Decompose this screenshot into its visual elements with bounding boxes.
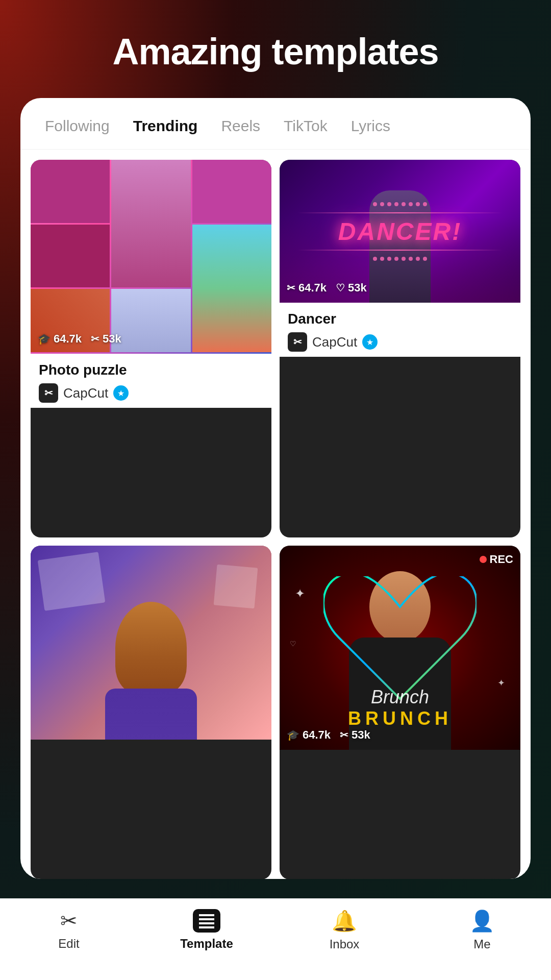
nav-me[interactable]: 👤 Me (413, 909, 551, 951)
tab-lyrics[interactable]: Lyrics (342, 113, 399, 139)
puzzle-cell-2 (111, 160, 190, 287)
brunch-rec-badge: REC (480, 553, 513, 566)
template-icon (193, 909, 220, 933)
tab-trending[interactable]: Trending (124, 113, 207, 139)
me-icon: 👤 (469, 909, 495, 933)
photo-puzzle-image: 🎓 64.7k ✂ 53k (31, 160, 271, 354)
template-card-brunch[interactable]: REC Brunch BRUNCH ✦ ✦ ♡ 🎓 6 (280, 546, 520, 879)
template-card-photo-puzzle[interactable]: 🎓 64.7k ✂ 53k Photo puzzle ✂ CapCut ★ (31, 160, 271, 537)
brunch-visual: REC Brunch BRUNCH ✦ ✦ ♡ 🎓 6 (280, 546, 520, 750)
photo-puzzle-stats: 🎓 64.7k ✂ 53k (38, 332, 121, 346)
dancer-stats: ✂ 64.7k ♡ 53k (287, 281, 367, 295)
brunch-likes: ✂ 53k (340, 728, 370, 742)
verified-badge-1: ★ (113, 385, 129, 401)
dancer-title: Dancer (288, 311, 512, 327)
dancer-uses-icon: ✂ (287, 282, 295, 294)
nav-edit-label: Edit (58, 937, 79, 951)
nav-template-label: Template (180, 937, 233, 951)
verified-badge-2: ★ (362, 334, 378, 350)
sparkle-2: ✦ (497, 677, 505, 689)
template-card-portrait[interactable] (31, 546, 271, 879)
tab-tiktok[interactable]: TikTok (274, 113, 337, 139)
puzzle-cell-4 (31, 225, 110, 288)
brunch-uses-icon: 🎓 (287, 729, 299, 741)
rec-dot (480, 556, 487, 563)
dancer-dots-bottom (297, 257, 502, 261)
brunch-stats: 🎓 64.7k ✂ 53k (287, 728, 370, 742)
dancer-info: Dancer ✂ CapCut ★ (280, 303, 520, 357)
edit-icon: ✂ (60, 909, 78, 933)
capcut-logo-2: ✂ (288, 332, 307, 352)
photo-puzzle-likes: ✂ 53k (91, 332, 121, 346)
dancer-line-top (297, 212, 502, 213)
sparkle-3: ♡ (290, 640, 296, 648)
bottom-nav: ✂ Edit Template 🔔 Inbox 👤 Me (0, 898, 551, 980)
nav-me-label: Me (473, 937, 490, 951)
photo-puzzle-info: Photo puzzle ✂ CapCut ★ (31, 354, 271, 408)
dancer-author: ✂ CapCut ★ (288, 332, 512, 352)
photo-puzzle-author-name: CapCut (63, 385, 108, 401)
brunch-script-text: Brunch (348, 687, 452, 708)
template-card-dancer[interactable]: DANCER! ✂ 64.7k ♡ (280, 160, 520, 537)
rec-label: REC (490, 553, 513, 566)
page-title: Amazing templates (0, 0, 551, 98)
sparkle-1: ✦ (295, 586, 305, 601)
puzzle-cell-1 (31, 160, 110, 223)
tab-bar: Following Trending Reels TikTok Lyrics (20, 98, 531, 150)
dancer-author-name: CapCut (312, 334, 357, 350)
inbox-icon: 🔔 (332, 909, 357, 933)
dancer-uses: ✂ 64.7k (287, 281, 327, 295)
brunch-image: REC Brunch BRUNCH ✦ ✦ ♡ 🎓 6 (280, 546, 520, 750)
portrait-visual (31, 546, 271, 740)
brunch-block-text: BRUNCH (348, 708, 452, 729)
nav-edit[interactable]: ✂ Edit (0, 909, 138, 951)
dancer-image: DANCER! ✂ 64.7k ♡ (280, 160, 520, 303)
dancer-line-bottom (297, 250, 502, 251)
nav-inbox-label: Inbox (330, 937, 360, 951)
photo-puzzle-uses: 🎓 64.7k (38, 332, 82, 346)
tab-following[interactable]: Following (36, 113, 119, 139)
puzzle-cell-7 (111, 289, 190, 352)
photo-puzzle-visual (31, 160, 271, 354)
brunch-likes-icon: ✂ (340, 729, 348, 741)
portrait-image (31, 546, 271, 740)
dancer-likes: ♡ 53k (336, 281, 367, 295)
nav-template[interactable]: Template (138, 909, 276, 951)
scissors-icon: ✂ (91, 333, 99, 345)
brunch-uses: 🎓 64.7k (287, 728, 331, 742)
template-grid: 🎓 64.7k ✂ 53k Photo puzzle ✂ CapCut ★ (20, 150, 531, 879)
capcut-logo-1: ✂ (39, 383, 58, 403)
main-card: Following Trending Reels TikTok Lyrics (20, 98, 531, 879)
nav-inbox[interactable]: 🔔 Inbox (276, 909, 413, 951)
photo-puzzle-author: ✂ CapCut ★ (39, 383, 263, 403)
dancer-title-text: DANCER! (297, 217, 502, 246)
brunch-text: Brunch BRUNCH (348, 687, 452, 729)
dancer-dots-top (297, 202, 502, 206)
photo-puzzle-title: Photo puzzle (39, 362, 263, 378)
puzzle-cell-5 (192, 225, 271, 352)
uses-icon: 🎓 (38, 333, 51, 345)
dancer-likes-icon: ♡ (336, 282, 345, 294)
puzzle-cell-3 (192, 160, 271, 223)
tab-reels[interactable]: Reels (212, 113, 269, 139)
dancer-text-container: DANCER! (297, 202, 502, 261)
